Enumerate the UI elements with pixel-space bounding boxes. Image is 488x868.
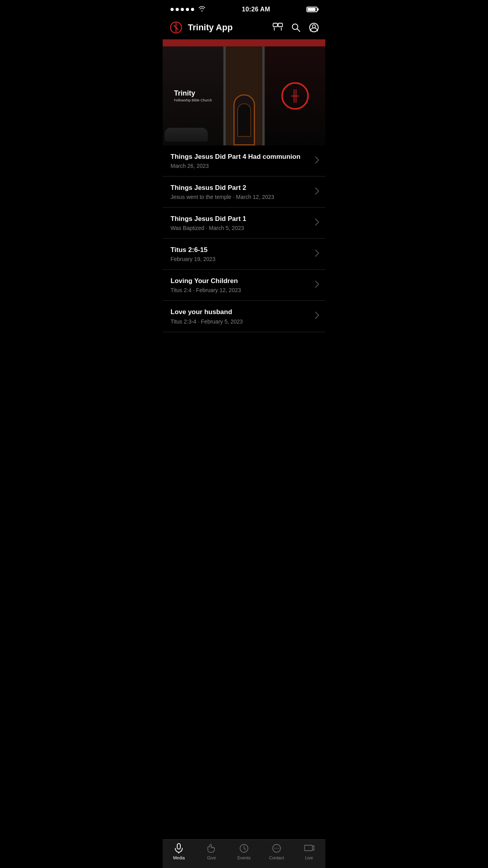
sermon-title-2: Things Jesus Did Part 1	[171, 215, 310, 223]
nav-icons	[273, 22, 319, 33]
sermon-chevron-0	[315, 156, 319, 166]
church-branding: Trinity Fellowship Bible Church	[170, 85, 216, 107]
trinity-name: Trinity Fellowship Bible Church	[170, 85, 216, 107]
sermon-item-5[interactable]: Love your husband Titus 2:3-4 · February…	[163, 301, 325, 332]
sermon-content-5: Love your husband Titus 2:3-4 · February…	[171, 308, 315, 324]
sermon-item-4[interactable]: Loving Your Children Titus 2:4 · Februar…	[163, 270, 325, 301]
sermon-chevron-5	[315, 312, 319, 321]
profile-button[interactable]	[309, 22, 319, 33]
church-right-panel: ╫	[264, 46, 325, 145]
sermon-content-1: Things Jesus Did Part 2 Jesus went to th…	[171, 184, 315, 200]
trinity-cross-logo: ╫	[291, 90, 299, 101]
sermon-chevron-3	[315, 250, 319, 259]
sermon-title-4: Loving Your Children	[171, 277, 310, 285]
trinity-subtitle: Fellowship Bible Church	[174, 98, 212, 103]
signal-dot-5	[191, 8, 194, 11]
status-bar: 10:26 AM	[163, 0, 325, 17]
sermon-item-0[interactable]: Things Jesus Did Part 4 Had communion Ma…	[163, 145, 325, 177]
sermon-title-1: Things Jesus Did Part 2	[171, 184, 310, 192]
battery-indicator	[306, 7, 317, 12]
signal-dot-1	[171, 8, 174, 11]
sermon-item-1[interactable]: Things Jesus Did Part 2 Jesus went to th…	[163, 177, 325, 208]
sermon-subtitle-1: Jesus went to the temple · March 12, 202…	[171, 194, 310, 200]
sermon-subtitle-5: Titus 2:3-4 · February 5, 2023	[171, 318, 310, 325]
signal-strength	[171, 6, 205, 13]
trinity-logo-circle: ╫	[281, 82, 309, 110]
svg-line-8	[297, 29, 300, 32]
sermon-chevron-4	[315, 281, 319, 290]
signal-dot-4	[186, 8, 189, 11]
sermon-subtitle-4: Titus 2:4 · February 12, 2023	[171, 287, 310, 293]
svg-point-10	[312, 25, 316, 28]
church-left-panel: Trinity Fellowship Bible Church	[163, 46, 224, 145]
sermon-title-0: Things Jesus Did Part 4 Had communion	[171, 153, 310, 161]
messages-button[interactable]	[273, 22, 283, 33]
svg-rect-3	[273, 23, 277, 27]
sermon-chevron-2	[315, 219, 319, 228]
battery-fill	[308, 8, 316, 11]
search-button[interactable]	[291, 22, 301, 33]
car-silhouette	[165, 128, 208, 142]
door-inner	[237, 103, 251, 137]
nav-bar: Trinity App	[163, 17, 325, 39]
sermon-subtitle-3: February 19, 2023	[171, 256, 310, 262]
sermon-chevron-1	[315, 188, 319, 197]
church-top-bar	[163, 39, 325, 46]
app-logo	[169, 20, 183, 35]
sermon-title-5: Love your husband	[171, 308, 310, 316]
wifi-icon	[198, 6, 205, 13]
sermon-content-4: Loving Your Children Titus 2:4 · Februar…	[171, 277, 315, 293]
signal-dot-3	[181, 8, 184, 11]
sermon-title-3: Titus 2:6-15	[171, 246, 310, 254]
sermon-subtitle-2: Was Baptized · March 5, 2023	[171, 225, 310, 231]
sermon-item-2[interactable]: Things Jesus Did Part 1 Was Baptized · M…	[163, 208, 325, 239]
church-windows: Trinity Fellowship Bible Church ╫	[163, 46, 325, 145]
sermon-content-2: Things Jesus Did Part 1 Was Baptized · M…	[171, 215, 315, 231]
battery-icon	[306, 7, 317, 12]
sermon-item-3[interactable]: Titus 2:6-15 February 19, 2023	[163, 239, 325, 270]
status-time: 10:26 AM	[242, 6, 270, 13]
church-scene: Trinity Fellowship Bible Church ╫	[163, 39, 325, 145]
hero-image: Trinity Fellowship Bible Church ╫	[163, 39, 325, 145]
sermon-list: Things Jesus Did Part 4 Had communion Ma…	[163, 145, 325, 332]
arch-door	[233, 94, 255, 145]
svg-rect-4	[278, 23, 283, 27]
signal-dot-2	[176, 8, 179, 11]
sermon-subtitle-0: March 26, 2023	[171, 163, 310, 169]
bottom-spacer	[163, 332, 325, 368]
church-door-panel	[224, 46, 264, 145]
sermon-content-0: Things Jesus Did Part 4 Had communion Ma…	[171, 153, 315, 169]
app-title: Trinity App	[188, 22, 268, 33]
sermon-content-3: Titus 2:6-15 February 19, 2023	[171, 246, 315, 262]
